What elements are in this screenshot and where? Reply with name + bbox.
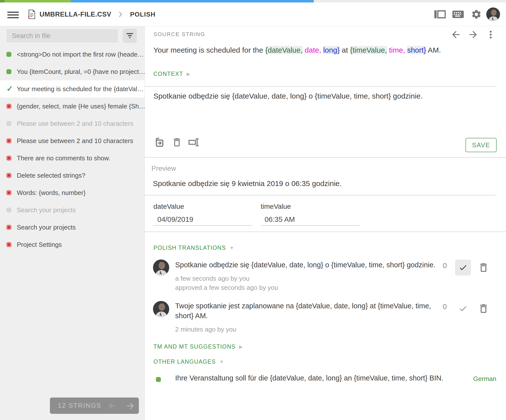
datevalue-input[interactable]	[153, 214, 252, 226]
breadcrumb-language: POLISH	[130, 11, 155, 18]
progress-segment-translated	[4, 0, 71, 2]
tm-suggestions-label: TM AND MT SUGGESTIONS	[153, 343, 236, 350]
previous-page-icon[interactable]	[107, 401, 117, 411]
preview-panel: Preview Spotkanie odbędzie się 9 kwietni…	[145, 157, 506, 232]
list-item-label: Please use between 2 and 10 characters	[17, 120, 133, 127]
progress-segment-approved	[0, 0, 4, 2]
translation-text: Spotkanie odbędzie się {dateValue, date,…	[175, 260, 437, 270]
status-icon	[156, 377, 161, 382]
translation-meta: approved a few seconds ago by you	[175, 284, 278, 292]
list-item[interactable]: Please use between 2 and 10 characters	[0, 115, 145, 132]
check-icon: ✓	[6, 86, 11, 91]
triangle-down-icon: ▼	[219, 359, 224, 365]
list-item[interactable]: Delete selected strings?	[0, 167, 145, 184]
triangle-right-icon: ▶	[187, 71, 190, 77]
triangle-down-icon: ▼	[230, 245, 234, 251]
translations-expander[interactable]: POLISH TRANSLATIONS ▼	[153, 245, 234, 251]
editor-panel: SOURCE STRING Your meeting is scheduled …	[145, 26, 506, 420]
divider	[145, 86, 496, 87]
tm-suggestions-expander[interactable]: TM AND MT SUGGESTIONS ▶	[153, 343, 243, 350]
triangle-right-icon: ▶	[239, 344, 243, 350]
status-icon	[6, 138, 11, 143]
status-icon	[6, 69, 11, 74]
save-button[interactable]: SAVE	[465, 138, 497, 152]
list-item[interactable]: {gender, select, male {He uses} female {…	[0, 98, 145, 115]
divider	[145, 195, 496, 195]
other-language-row[interactable]: Ihre Veranstaltung soll für die {dateVal…	[145, 372, 506, 391]
keyboard-icon[interactable]	[452, 9, 464, 20]
breadcrumb: UMBRELLA-FILE.CSV POLISH	[28, 2, 155, 26]
vote-count: 0	[439, 302, 450, 311]
other-language-link[interactable]: German	[473, 375, 496, 383]
preview-text: Spotkanie odbędzie się 9 kwietnia 2019 o…	[153, 179, 342, 188]
list-item[interactable]: Search your projects	[0, 201, 145, 219]
list-item-label: <strong>Do not import the first row (hea…	[17, 51, 144, 58]
kebab-menu-icon[interactable]	[486, 29, 496, 40]
menu-icon[interactable]	[7, 10, 19, 20]
pagination-bar: 12 STRINGS	[50, 398, 139, 414]
context-expander[interactable]: CONTEXT ▶	[153, 71, 190, 77]
top-bar: UMBRELLA-FILE.CSV POLISH	[0, 2, 506, 26]
list-item-label: Please use between 2 and 10 characters	[17, 137, 133, 145]
approve-icon[interactable]	[455, 301, 471, 316]
next-page-icon[interactable]	[126, 401, 135, 411]
translations-label: POLISH TRANSLATIONS	[153, 245, 226, 251]
other-languages-label: OTHER LANGUAGES	[153, 358, 216, 365]
list-item[interactable]: You {itemCount, plural, =0 {have no proj…	[0, 63, 145, 80]
status-icon	[6, 121, 11, 126]
delete-icon[interactable]	[171, 137, 182, 148]
list-item-label: Search your projects	[17, 224, 76, 231]
source-string-label: SOURCE STRING	[153, 31, 205, 38]
other-language-text: Ihre Veranstaltung soll für die {dateVal…	[175, 374, 459, 382]
user-avatar[interactable]	[486, 7, 500, 21]
string-list: <strong>Do not import the first row (hea…	[0, 46, 145, 253]
list-item[interactable]: Words: {words, number}	[0, 184, 145, 201]
list-item[interactable]: <strong>Do not import the first row (hea…	[0, 46, 145, 63]
approve-icon[interactable]	[455, 260, 471, 275]
list-item-label: Project Settings	[17, 241, 62, 249]
split-view-icon[interactable]	[434, 9, 446, 20]
next-string-icon[interactable]	[467, 29, 479, 40]
list-item-label: {gender, select, male {He uses} female {…	[17, 103, 145, 110]
list-item-label: You {itemCount, plural, =0 {have no proj…	[17, 68, 145, 76]
list-item[interactable]: There are no comments to show.	[0, 149, 145, 167]
previous-string-icon[interactable]	[450, 29, 462, 40]
copy-source-icon[interactable]	[155, 137, 166, 148]
timevalue-input[interactable]	[261, 214, 359, 226]
translation-meta: a few seconds ago by you	[175, 275, 250, 282]
list-item-label: Delete selected strings?	[17, 172, 85, 179]
delete-translation-icon[interactable]	[478, 302, 489, 315]
file-progress-bar	[0, 0, 506, 2]
status-icon	[6, 208, 11, 212]
status-icon	[6, 173, 11, 178]
status-icon	[6, 190, 11, 195]
insert-placeholder-icon[interactable]	[188, 137, 199, 148]
status-icon	[6, 104, 11, 109]
list-item-label: Your meeting is scheduled for the {dateV…	[17, 85, 144, 93]
other-languages-expander[interactable]: OTHER LANGUAGES ▼	[153, 358, 224, 365]
list-item[interactable]: Search your projects	[0, 219, 145, 236]
translation-meta: 2 minutes ago by you	[175, 326, 236, 333]
translation-editor[interactable]: Spotkanie odbędzie się {dateValue, date,…	[153, 91, 491, 134]
list-item-label: Words: {words, number}	[17, 189, 85, 197]
status-icon	[6, 242, 11, 247]
context-label: CONTEXT	[153, 71, 183, 77]
avatar	[153, 301, 169, 317]
vote-count: 0	[439, 261, 450, 270]
status-icon	[6, 156, 11, 161]
list-item[interactable]: Project Settings	[0, 236, 145, 253]
breadcrumb-file-name[interactable]: UMBRELLA-FILE.CSV	[40, 11, 111, 18]
string-list-sidebar: <strong>Do not import the first row (hea…	[0, 26, 145, 420]
list-item-selected[interactable]: ✓Your meeting is scheduled for the {date…	[0, 80, 145, 98]
gear-icon[interactable]	[470, 9, 482, 20]
list-item-label: There are no comments to show.	[17, 154, 110, 162]
source-string: Your meeting is scheduled for the {dateV…	[153, 45, 494, 55]
variable-name-datevalue: dateValue	[153, 203, 184, 210]
variable-name-timevalue: timeValue	[261, 203, 291, 210]
filter-button[interactable]	[123, 29, 137, 43]
list-item[interactable]: Please use between 2 and 10 characters	[0, 132, 145, 149]
delete-translation-icon[interactable]	[478, 261, 489, 274]
list-item-label: Search your projects	[17, 206, 76, 214]
app-root: UMBRELLA-FILE.CSV POLISH <strong>Do not …	[0, 0, 506, 420]
search-input[interactable]	[6, 29, 118, 42]
